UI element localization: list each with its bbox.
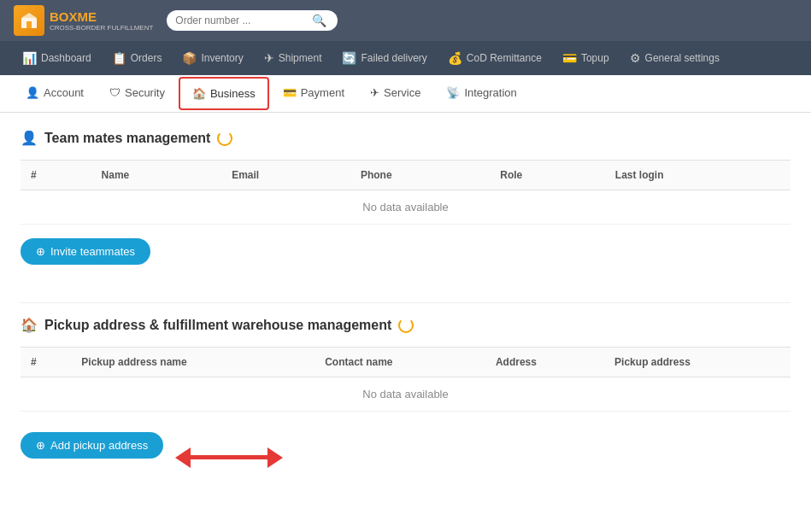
svg-marker-1 — [21, 13, 37, 18]
main-nav: 📊 Dashboard 📋 Orders 📦 Inventory ✈ Shipm… — [0, 41, 811, 75]
tab-security-label: Security — [125, 86, 165, 99]
pickup-section-title: 🏠 Pickup address & fulfillment warehouse… — [21, 317, 790, 333]
tab-service[interactable]: ✈ Service — [358, 78, 432, 109]
top-navbar: BOXME CROSS-BORDER FULFILLMENT 🔍 — [0, 0, 811, 41]
nav-topup-label: Topup — [581, 52, 609, 64]
payment-icon: 💳 — [283, 86, 297, 99]
dashboard-icon: 📊 — [22, 51, 37, 65]
pickup-title-text: Pickup address & fulfillment warehouse m… — [44, 318, 391, 333]
add-pickup-container: ⊕ Add pickup address — [21, 432, 163, 482]
nav-orders[interactable]: 📋 Orders — [103, 44, 171, 72]
nav-shipment[interactable]: ✈ Shipment — [256, 44, 331, 72]
col-email: Email — [221, 161, 350, 190]
arrow-tail — [267, 447, 283, 468]
tab-business-label: Business — [210, 87, 256, 100]
col-hash: # — [21, 161, 91, 190]
pickup-loading-spinner — [398, 318, 414, 333]
orders-icon: 📋 — [112, 51, 126, 65]
nav-cod[interactable]: 💰 CoD Remittance — [439, 44, 550, 72]
pickup-table: # Pickup address name Contact name Addre… — [21, 347, 790, 412]
nav-shipment-label: Shipment — [279, 52, 322, 64]
tab-account-label: Account — [44, 86, 84, 99]
pickup-col-pickup-address: Pickup address — [604, 348, 790, 377]
arrow-head — [175, 447, 191, 468]
logo: BOXME CROSS-BORDER FULFILLMENT — [14, 5, 153, 36]
nav-inventory[interactable]: 📦 Inventory — [173, 44, 251, 72]
cod-icon: 💰 — [448, 51, 462, 65]
service-icon: ✈ — [370, 86, 379, 99]
invite-button-container: ⊕ Invite teammates — [21, 238, 150, 289]
teammates-title-icon: 👤 — [21, 130, 38, 146]
search-input[interactable] — [175, 15, 312, 26]
invite-button-label: Invite teammates — [50, 245, 135, 258]
teammates-no-data: No data available — [21, 190, 790, 225]
invite-plus-icon: ⊕ — [36, 245, 45, 258]
security-icon: 🛡 — [109, 86, 120, 99]
pickup-col-name: Pickup address name — [71, 348, 314, 377]
nav-topup[interactable]: 💳 Topup — [554, 44, 618, 72]
teammates-loading-spinner — [217, 131, 232, 146]
nav-settings-label: General settings — [645, 52, 720, 64]
tab-payment-label: Payment — [301, 86, 344, 99]
teammates-title-text: Team mates management — [44, 131, 210, 146]
pickup-no-data-row: No data available — [21, 377, 790, 412]
nav-failed-label: Failed delivery — [361, 52, 426, 64]
logo-text: BOXME — [50, 9, 97, 24]
integration-icon: 📡 — [446, 86, 460, 99]
pickup-no-data: No data available — [21, 377, 790, 412]
tab-account[interactable]: 👤 Account — [14, 78, 96, 109]
nav-general-settings[interactable]: ⚙ General settings — [621, 44, 728, 72]
nav-orders-label: Orders — [131, 52, 162, 64]
inventory-icon: 📦 — [182, 51, 197, 65]
pickup-col-contact: Contact name — [314, 348, 485, 377]
account-icon: 👤 — [26, 86, 39, 99]
tab-bar: 👤 Account 🛡 Security 🏠 Business 💳 Paymen… — [0, 75, 811, 113]
topup-icon: 💳 — [562, 51, 577, 65]
pickup-col-hash: # — [21, 348, 71, 377]
section-divider — [21, 302, 790, 303]
settings-icon: ⚙ — [630, 51, 641, 65]
add-pickup-plus-icon: ⊕ — [36, 439, 45, 452]
nav-cod-label: CoD Remittance — [467, 52, 542, 64]
invite-teammates-button[interactable]: ⊕ Invite teammates — [21, 238, 150, 265]
nav-dashboard[interactable]: 📊 Dashboard — [14, 44, 100, 72]
teammates-section-title: 👤 Team mates management — [21, 130, 790, 146]
svg-rect-2 — [26, 21, 32, 28]
main-content: 👤 Team mates management # Name Email Pho… — [0, 113, 811, 532]
business-icon: 🏠 — [192, 87, 206, 100]
col-phone: Phone — [350, 161, 490, 190]
nav-inventory-label: Inventory — [201, 52, 243, 64]
add-pickup-button-label: Add pickup address — [50, 439, 148, 452]
col-last-login: Last login — [605, 161, 790, 190]
col-role: Role — [490, 161, 605, 190]
failed-delivery-icon: 🔄 — [342, 51, 356, 65]
teammates-no-data-row: No data available — [21, 190, 790, 225]
nav-failed-delivery[interactable]: 🔄 Failed delivery — [333, 44, 435, 72]
nav-dashboard-label: Dashboard — [41, 52, 91, 64]
teammates-table: # Name Email Phone Role Last login No da… — [21, 160, 790, 225]
tab-integration[interactable]: 📡 Integration — [434, 78, 528, 109]
pickup-title-icon: 🏠 — [21, 317, 38, 333]
tab-service-label: Service — [384, 86, 420, 99]
search-icon[interactable]: 🔍 — [312, 14, 326, 27]
tab-payment[interactable]: 💳 Payment — [271, 78, 356, 109]
arrow-body — [191, 455, 267, 459]
logo-icon — [14, 5, 44, 36]
logo-sub: CROSS-BORDER FULFILLMENT — [50, 24, 153, 32]
tab-security[interactable]: 🛡 Security — [97, 78, 177, 109]
add-pickup-button[interactable]: ⊕ Add pickup address — [21, 432, 163, 459]
col-name: Name — [91, 161, 222, 190]
search-bar[interactable]: 🔍 — [167, 10, 338, 31]
tab-business[interactable]: 🏠 Business — [179, 77, 269, 110]
tab-integration-label: Integration — [464, 86, 516, 99]
pickup-col-address: Address — [485, 348, 604, 377]
arrow-annotation — [175, 447, 283, 468]
shipment-icon: ✈ — [264, 51, 274, 65]
